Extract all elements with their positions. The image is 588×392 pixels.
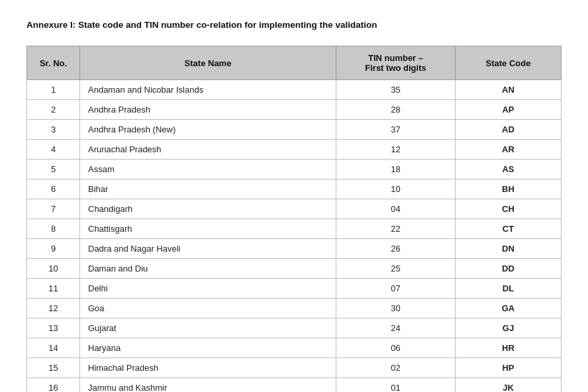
cell-code: JK (456, 378, 562, 393)
cell-srno: 15 (27, 358, 80, 378)
cell-tin: 07 (336, 279, 456, 299)
cell-srno: 12 (27, 299, 80, 318)
cell-state: Daman and Diu (80, 259, 336, 279)
cell-code: DN (456, 239, 562, 259)
cell-state: Jammu and Kashmir (80, 378, 336, 393)
table-row: 9Dadra and Nagar Haveli26DN (27, 239, 562, 259)
cell-srno: 8 (27, 219, 80, 239)
cell-tin: 01 (336, 378, 456, 393)
header-srno: Sr. No. (27, 46, 80, 80)
cell-code: CT (456, 219, 562, 239)
table-row: 5Assam18AS (27, 160, 562, 179)
cell-tin: 30 (336, 299, 456, 318)
table-row: 4Arunachal Pradesh12AR (27, 140, 562, 160)
cell-code: HP (456, 358, 562, 378)
cell-tin: 35 (336, 80, 456, 100)
cell-state: Chattisgarh (80, 219, 336, 239)
table-row: 12Goa30GA (27, 299, 562, 318)
cell-srno: 3 (27, 120, 80, 140)
cell-srno: 6 (27, 179, 80, 199)
header-state: State Name (80, 46, 336, 80)
header-code: State Code (456, 46, 562, 80)
cell-srno: 16 (27, 378, 80, 393)
cell-state: Delhi (80, 279, 336, 299)
cell-srno: 1 (27, 80, 80, 100)
cell-code: DD (456, 259, 562, 279)
table-row: 11Delhi07DL (27, 279, 562, 299)
cell-code: GA (456, 299, 562, 318)
cell-code: AS (456, 160, 562, 179)
cell-srno: 4 (27, 140, 80, 160)
cell-code: HR (456, 338, 562, 358)
cell-state: Andaman and Nicobar Islands (80, 80, 336, 100)
cell-tin: 22 (336, 219, 456, 239)
table-row: 14Haryana06HR (27, 338, 562, 358)
cell-state: Andhra Pradesh (New) (80, 120, 336, 140)
cell-state: Himachal Pradesh (80, 358, 336, 378)
table-row: 3Andhra Pradesh (New)37AD (27, 120, 562, 140)
table-row: 2Andhra Pradesh28AP (27, 100, 562, 120)
cell-tin: 28 (336, 100, 456, 120)
cell-srno: 7 (27, 199, 80, 219)
cell-tin: 02 (336, 358, 456, 378)
table-row: 8Chattisgarh22CT (27, 219, 562, 239)
cell-code: BH (456, 179, 562, 199)
cell-tin: 12 (336, 140, 456, 160)
cell-code: CH (456, 199, 562, 219)
table-row: 16Jammu and Kashmir01JK (27, 378, 562, 393)
cell-srno: 11 (27, 279, 80, 299)
table-row: 13Gujarat24GJ (27, 318, 562, 338)
cell-tin: 25 (336, 259, 456, 279)
cell-srno: 10 (27, 259, 80, 279)
table-header-row: Sr. No. State Name TIN number –First two… (27, 46, 562, 80)
cell-srno: 2 (27, 100, 80, 120)
cell-srno: 13 (27, 318, 80, 338)
cell-state: Arunachal Pradesh (80, 140, 336, 160)
cell-tin: 24 (336, 318, 456, 338)
cell-srno: 5 (27, 160, 80, 179)
cell-state: Bihar (80, 179, 336, 199)
header-tin: TIN number –First two digits (336, 46, 456, 80)
table-row: 10Daman and Diu25DD (27, 259, 562, 279)
cell-code: DL (456, 279, 562, 299)
state-tin-table: Sr. No. State Name TIN number –First two… (26, 46, 562, 392)
cell-code: GJ (456, 318, 562, 338)
page-title: Annexure I: State code and TIN number co… (26, 20, 562, 30)
cell-state: Chandigarh (80, 199, 336, 219)
cell-state: Dadra and Nagar Haveli (80, 239, 336, 259)
table-row: 1Andaman and Nicobar Islands35AN (27, 80, 562, 100)
cell-state: Assam (80, 160, 336, 179)
cell-state: Andhra Pradesh (80, 100, 336, 120)
cell-tin: 26 (336, 239, 456, 259)
cell-code: AN (456, 80, 562, 100)
table-row: 7Chandigarh04CH (27, 199, 562, 219)
cell-tin: 18 (336, 160, 456, 179)
cell-code: AP (456, 100, 562, 120)
cell-state: Gujarat (80, 318, 336, 338)
cell-srno: 14 (27, 338, 80, 358)
table-row: 15Himachal Pradesh02HP (27, 358, 562, 378)
cell-code: AR (456, 140, 562, 160)
table-row: 6Bihar10BH (27, 179, 562, 199)
cell-tin: 37 (336, 120, 456, 140)
cell-tin: 10 (336, 179, 456, 199)
cell-state: Haryana (80, 338, 336, 358)
cell-state: Goa (80, 299, 336, 318)
cell-tin: 06 (336, 338, 456, 358)
cell-srno: 9 (27, 239, 80, 259)
cell-tin: 04 (336, 199, 456, 219)
cell-code: AD (456, 120, 562, 140)
